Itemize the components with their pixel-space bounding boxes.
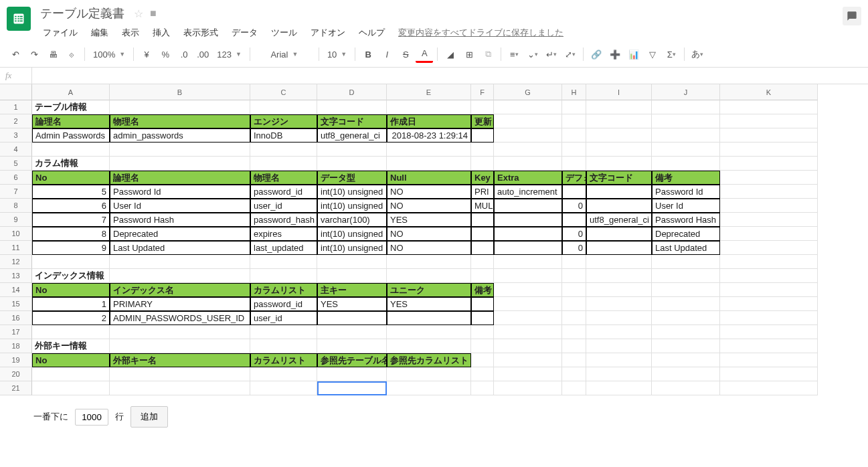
cell-I21[interactable] — [586, 381, 652, 395]
cell-C15[interactable]: password_id — [250, 297, 317, 311]
cell-F8[interactable]: MUL — [471, 199, 494, 213]
row-header-20[interactable]: 20 — [0, 367, 32, 381]
row-header-5[interactable]: 5 — [0, 157, 32, 171]
cell-F9[interactable] — [471, 213, 494, 227]
cell-A2[interactable]: 論理名 — [32, 114, 110, 128]
cell-H8[interactable]: 0 — [562, 199, 586, 213]
cell-D7[interactable]: int(10) unsigned — [317, 185, 387, 199]
row-header-19[interactable]: 19 — [0, 353, 32, 367]
cell-E1[interactable] — [387, 100, 471, 114]
cell-D16[interactable] — [317, 311, 387, 325]
cell-H14[interactable] — [562, 283, 586, 297]
text-color-button[interactable]: A — [416, 45, 433, 63]
cell-H15[interactable] — [562, 297, 586, 311]
cell-K8[interactable] — [720, 199, 818, 213]
cell-A14[interactable]: No — [32, 283, 110, 297]
cell-B12[interactable] — [110, 255, 250, 269]
cell-H2[interactable] — [562, 114, 586, 128]
cell-B18[interactable] — [110, 339, 250, 353]
cell-K1[interactable] — [720, 100, 818, 114]
cell-A20[interactable] — [32, 367, 110, 381]
cell-K19[interactable] — [720, 353, 818, 367]
cell-I18[interactable] — [586, 339, 652, 353]
cell-J1[interactable] — [652, 100, 720, 114]
cell-G21[interactable] — [494, 381, 562, 395]
cell-B20[interactable] — [110, 367, 250, 381]
halign-button[interactable]: ≡▾ — [505, 45, 523, 63]
cell-K6[interactable] — [720, 171, 818, 185]
cell-H11[interactable]: 0 — [562, 241, 586, 255]
comment-button[interactable]: ➕ — [606, 45, 624, 63]
cell-H12[interactable] — [562, 255, 586, 269]
cell-C10[interactable]: expires — [250, 227, 317, 241]
cell-J17[interactable] — [652, 325, 720, 339]
undo-button[interactable]: ↶ — [7, 45, 24, 63]
cell-A10[interactable]: 8 — [32, 227, 110, 241]
menu-表示[interactable]: 表示 — [116, 24, 145, 41]
cell-K9[interactable] — [720, 213, 818, 227]
chart-button[interactable]: 📊 — [625, 45, 642, 63]
cell-D13[interactable] — [317, 269, 387, 283]
cell-F18[interactable] — [471, 339, 494, 353]
cell-H1[interactable] — [562, 100, 586, 114]
cell-H21[interactable] — [562, 381, 586, 395]
cell-E9[interactable]: YES — [387, 213, 471, 227]
decrease-decimal-button[interactable]: .0 — [175, 45, 193, 63]
col-header-K[interactable]: K — [720, 84, 818, 100]
cell-C14[interactable]: カラムリスト — [250, 283, 317, 297]
cell-F19[interactable] — [471, 353, 494, 367]
cell-J18[interactable] — [652, 339, 720, 353]
cell-I20[interactable] — [586, 367, 652, 381]
cell-C12[interactable] — [250, 255, 317, 269]
cell-B2[interactable]: 物理名 — [110, 114, 250, 128]
cell-F3[interactable] — [471, 128, 494, 143]
cell-I12[interactable] — [586, 255, 652, 269]
row-header-6[interactable]: 6 — [0, 171, 32, 185]
cell-F4[interactable] — [471, 143, 494, 157]
cell-J14[interactable] — [652, 283, 720, 297]
cell-C6[interactable]: 物理名 — [250, 171, 317, 185]
cell-D3[interactable]: utf8_general_ci — [317, 128, 387, 143]
row-header-21[interactable]: 21 — [0, 381, 32, 395]
cell-G16[interactable] — [494, 311, 562, 325]
cell-J3[interactable] — [652, 128, 720, 143]
zoom-select[interactable]: 100%▼ — [89, 45, 129, 63]
cell-F16[interactable] — [471, 311, 494, 325]
cell-A17[interactable] — [32, 325, 110, 339]
row-header-17[interactable]: 17 — [0, 325, 32, 339]
cell-A11[interactable]: 9 — [32, 241, 110, 255]
row-header-7[interactable]: 7 — [0, 185, 32, 199]
currency-button[interactable]: ¥ — [138, 45, 155, 63]
cell-F5[interactable] — [471, 157, 494, 171]
row-header-10[interactable]: 10 — [0, 227, 32, 241]
cell-G18[interactable] — [494, 339, 562, 353]
cell-D21[interactable] — [317, 381, 387, 395]
cell-K7[interactable] — [720, 185, 818, 199]
format-select[interactable]: 123▼ — [213, 45, 246, 63]
wrap-button[interactable]: ↵▾ — [543, 45, 560, 63]
cell-A18[interactable]: 外部キー情報 — [32, 339, 110, 353]
cell-J20[interactable] — [652, 367, 720, 381]
cell-J21[interactable] — [652, 381, 720, 395]
cell-K10[interactable] — [720, 227, 818, 241]
cell-A4[interactable] — [32, 143, 110, 157]
cell-E11[interactable]: NO — [387, 241, 471, 255]
cell-H13[interactable] — [562, 269, 586, 283]
cell-H17[interactable] — [562, 325, 586, 339]
row-header-18[interactable]: 18 — [0, 339, 32, 353]
merge-button[interactable]: ⧉ — [479, 45, 497, 63]
cell-D20[interactable] — [317, 367, 387, 381]
filter-button[interactable]: ▽ — [644, 45, 661, 63]
col-header-A[interactable]: A — [32, 84, 110, 100]
increase-decimal-button[interactable]: .00 — [194, 45, 211, 63]
cell-F13[interactable] — [471, 269, 494, 283]
row-header-2[interactable]: 2 — [0, 114, 32, 128]
cell-J7[interactable]: Password Id — [652, 185, 720, 199]
col-header-J[interactable]: J — [652, 84, 720, 100]
cell-F10[interactable] — [471, 227, 494, 241]
cell-H19[interactable] — [562, 353, 586, 367]
cell-D1[interactable] — [317, 100, 387, 114]
cell-G19[interactable] — [494, 353, 562, 367]
menu-データ[interactable]: データ — [226, 24, 263, 41]
cell-K17[interactable] — [720, 325, 818, 339]
